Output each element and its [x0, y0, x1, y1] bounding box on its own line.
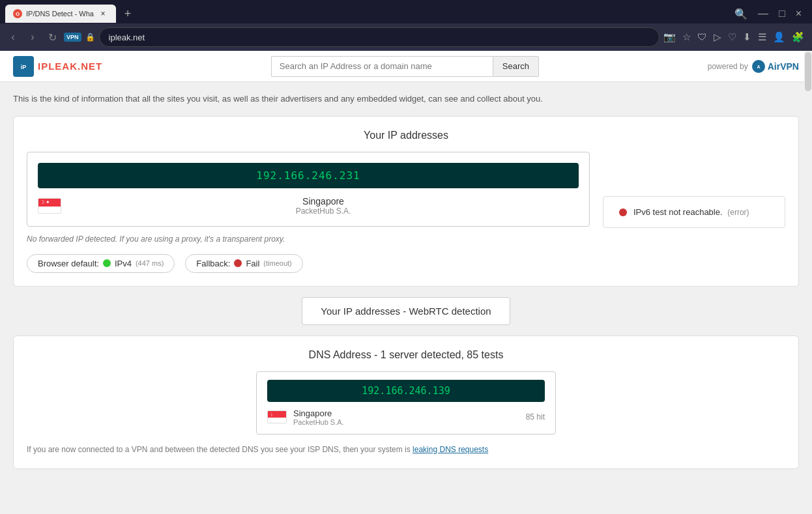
- webrtc-detection-button[interactable]: Your IP addresses - WebRTC detection: [302, 297, 510, 325]
- extension-icon[interactable]: 🧩: [792, 31, 804, 43]
- fallback-label: Fallback:: [196, 259, 230, 268]
- ipv6-red-dot-icon: [619, 208, 627, 216]
- window-controls: 🔍 — □ ×: [734, 8, 807, 20]
- fallback-status: Fallback: Fail (timeout): [185, 254, 302, 273]
- dns-flag: ☽: [267, 410, 287, 423]
- address-bar: ‹ › ↻ VPN 🔒 ipleak.net 📷 ☆ 🛡 ▷ ♡ ⬇ ☰ 👤 🧩: [0, 23, 812, 51]
- dns-city: Singapore: [293, 408, 519, 418]
- browser-default-label: Browser default:: [38, 259, 99, 268]
- dns-footer-text: If you are now connected to a VPN and be…: [27, 445, 413, 454]
- dns-title: DNS Address - 1 server detected, 85 test…: [27, 349, 785, 361]
- ip-section: 192.166.246.231 ☽ ✦ Singapore PacketHub …: [27, 152, 785, 273]
- url-bar[interactable]: ipleak.net: [99, 27, 660, 47]
- logo-icon: iP: [13, 56, 34, 77]
- dns-card: DNS Address - 1 server detected, 85 test…: [13, 336, 799, 469]
- dns-leak-link[interactable]: leaking DNS requests: [413, 445, 488, 454]
- back-button[interactable]: ‹: [5, 29, 21, 45]
- powered-by-label: powered by: [708, 62, 748, 71]
- no-forward-text: No forwarded IP detected. If you are usi…: [27, 235, 590, 244]
- lock-icon: 🔒: [85, 33, 95, 42]
- dns-loc-info: Singapore PacketHub S.A.: [293, 408, 519, 426]
- search-area: Search: [271, 56, 539, 77]
- browser-chrome: O IP/DNS Detect - Wha × + 🔍 — □ × ‹ › ↻ …: [0, 0, 812, 51]
- play-icon[interactable]: ▷: [714, 31, 721, 43]
- site-header: iP IPLEAK.NET Search powered by A AirVPN: [0, 51, 812, 82]
- ip-card-title: Your IP addresses: [27, 130, 785, 141]
- location-info: Singapore PacketHub S.A.: [68, 196, 579, 216]
- ip-box: 192.166.246.231 ☽ ✦ Singapore PacketHub …: [27, 152, 590, 227]
- heart-icon[interactable]: ♡: [728, 31, 736, 43]
- airvpn-logo: A AirVPN: [752, 60, 799, 73]
- search-button[interactable]: Search: [493, 56, 539, 77]
- bookmark-icon[interactable]: ☆: [682, 31, 691, 43]
- tab-favicon: O: [13, 9, 22, 18]
- profile-icon[interactable]: 👤: [773, 31, 785, 43]
- powered-by: powered by A AirVPN: [708, 60, 799, 73]
- site-logo-text: IPLEAK.NET: [38, 61, 102, 72]
- screenshot-icon[interactable]: 📷: [663, 31, 676, 43]
- fallback-time: (timeout): [263, 259, 291, 267]
- browser-default-status: Browser default: IPv4 (447 ms): [27, 254, 175, 273]
- ip-location: ☽ ✦ Singapore PacketHub S.A.: [38, 196, 579, 216]
- refresh-button[interactable]: ↻: [44, 29, 60, 45]
- tab-title: IP/DNS Detect - Wha: [26, 10, 94, 18]
- svg-text:iP: iP: [21, 64, 27, 70]
- ip-addresses-card: Your IP addresses 192.166.246.231 ☽ ✦: [13, 116, 799, 287]
- vpn-icon[interactable]: 🛡: [697, 31, 707, 43]
- dns-hit-count: 85 hit: [526, 412, 545, 421]
- dns-status-row: Browser default: IPv4 (447 ms) Fallback:…: [27, 254, 590, 273]
- green-dot-icon: [103, 259, 111, 267]
- minimize-button[interactable]: —: [758, 8, 768, 20]
- page-wrapper: iP IPLEAK.NET Search powered by A AirVPN: [0, 51, 812, 514]
- red-dot-icon: [234, 259, 242, 267]
- dns-ip-address: 192.166.246.139: [267, 380, 545, 402]
- location-city: Singapore: [68, 196, 579, 207]
- scrollbar-thumb[interactable]: [805, 52, 811, 91]
- ip-left-section: 192.166.246.231 ☽ ✦ Singapore PacketHub …: [27, 152, 590, 273]
- new-tab-button[interactable]: +: [119, 5, 137, 23]
- search-icon[interactable]: 🔍: [734, 8, 747, 20]
- browser-actions: 📷 ☆ 🛡 ▷ ♡ ⬇ ☰ 👤 🧩: [663, 31, 807, 43]
- browser-protocol: IPv4: [115, 259, 132, 268]
- active-tab[interactable]: O IP/DNS Detect - Wha ×: [5, 5, 116, 23]
- scrollbar-track[interactable]: [804, 51, 812, 514]
- browser-time: (447 ms): [136, 259, 164, 267]
- tab-close-button[interactable]: ×: [98, 8, 108, 19]
- download-icon[interactable]: ⬇: [743, 31, 751, 43]
- search-input[interactable]: [271, 56, 493, 77]
- menu-icon[interactable]: ☰: [758, 31, 766, 43]
- ipv4-address: 192.166.246.231: [38, 163, 579, 188]
- dns-footer: If you are now connected to a VPN and be…: [27, 444, 785, 455]
- main-content: This is the kind of information that all…: [0, 82, 812, 479]
- dns-server: 192.166.246.139 ☽ Singapore PacketHub S.…: [256, 371, 556, 435]
- vpn-badge: VPN: [64, 33, 81, 42]
- location-isp: PacketHub S.A.: [68, 207, 579, 216]
- dns-isp: PacketHub S.A.: [293, 418, 519, 426]
- tab-bar: O IP/DNS Detect - Wha × + 🔍 — □ ×: [0, 0, 812, 23]
- forward-button[interactable]: ›: [25, 29, 40, 45]
- maximize-button[interactable]: □: [779, 8, 785, 20]
- ipv6-box: IPv6 test not reachable. (error): [603, 196, 785, 228]
- info-text: This is the kind of information that all…: [13, 93, 799, 106]
- svg-text:A: A: [757, 64, 760, 69]
- logo-area: iP IPLEAK.NET: [13, 56, 102, 77]
- fallback-status-text: Fail: [246, 259, 259, 268]
- airvpn-logo-icon: A: [752, 60, 765, 73]
- dns-location: ☽ Singapore PacketHub S.A. 85 hit: [267, 408, 545, 426]
- singapore-flag: ☽ ✦: [38, 198, 61, 214]
- ipv6-text: IPv6 test not reachable. (error): [633, 207, 749, 217]
- close-button[interactable]: ×: [796, 8, 802, 20]
